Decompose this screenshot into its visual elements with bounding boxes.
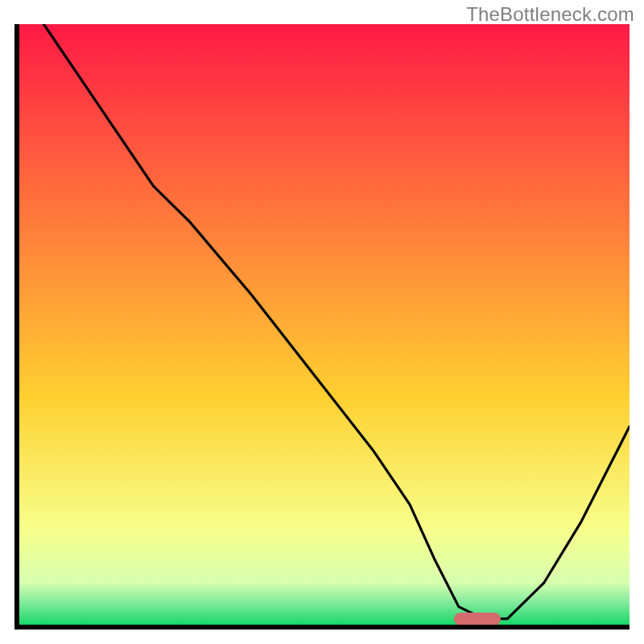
plot-frame [14, 24, 630, 630]
x-axis-line [14, 625, 630, 630]
plot-svg [19, 24, 630, 625]
gradient-background [19, 24, 630, 625]
watermark-text: TheBottleneck.com [466, 3, 634, 26]
optimal-marker [454, 613, 501, 625]
plot-area [19, 24, 630, 625]
stage: TheBottleneck.com [0, 0, 644, 644]
